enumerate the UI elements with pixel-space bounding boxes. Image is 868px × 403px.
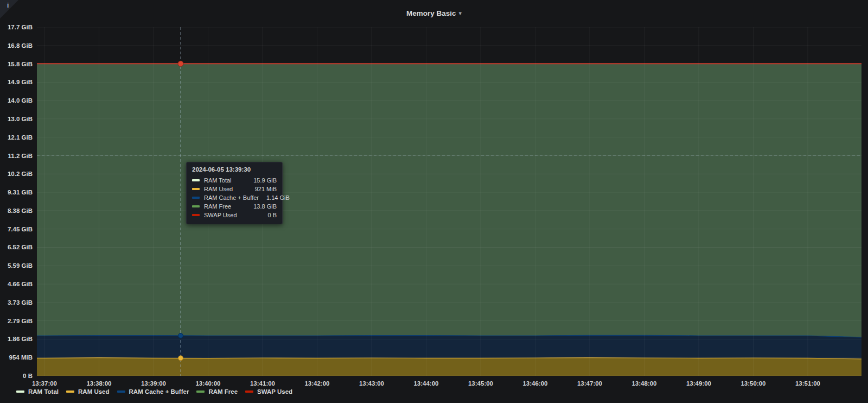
hover-dot-swap	[178, 61, 183, 66]
memory-chart[interactable]	[37, 27, 861, 376]
tooltip-row: RAM Total15.9 GiB	[192, 176, 277, 185]
y-tick-label: 14.0 GiB	[0, 97, 33, 104]
y-tick-label: 13.0 GiB	[0, 115, 33, 123]
x-tick-label: 13:38:00	[86, 380, 111, 387]
y-tick-label: 3.73 GiB	[0, 299, 33, 306]
x-tick-label: 13:51:00	[795, 380, 820, 387]
tooltip-series-swatch-icon	[192, 197, 200, 199]
area-ram-used	[37, 358, 861, 376]
tooltip-series-value: 1.14 GiB	[266, 194, 290, 201]
x-tick-label: 13:47:00	[577, 380, 602, 387]
tooltip-row: RAM Used921 MiB	[192, 185, 277, 193]
panel-header: Memory Basic▾	[0, 0, 868, 22]
tooltip-series-label: SWAP Used	[204, 212, 260, 218]
y-axis: 17.7 GiB16.8 GiB15.8 GiB14.9 GiB14.0 GiB…	[0, 0, 33, 403]
x-tick-label: 13:39:00	[141, 380, 166, 387]
y-tick-label: 9.31 GiB	[0, 188, 33, 196]
tooltip-row: RAM Cache + Buffer1.14 GiB	[192, 193, 277, 202]
y-tick-label: 2.79 GiB	[0, 317, 33, 325]
legend-item-swap-used[interactable]: SWAP Used	[245, 388, 292, 395]
tooltip-rows: RAM Total15.9 GiBRAM Used921 MiBRAM Cach…	[192, 176, 277, 219]
chevron-down-icon: ▾	[459, 10, 462, 17]
x-tick-label: 13:40:00	[195, 380, 220, 387]
x-tick-label: 13:41:00	[250, 380, 275, 387]
tooltip-series-swatch-icon	[192, 214, 200, 216]
tooltip-series-value: 13.8 GiB	[253, 203, 277, 210]
area-ram-cache-buffer	[37, 335, 861, 359]
y-tick-label: 5.59 GiB	[0, 262, 33, 269]
legend-swatch-icon	[16, 391, 24, 393]
legend-swatch-icon	[117, 391, 125, 393]
x-tick-label: 13:42:00	[304, 380, 329, 387]
y-tick-label: 954 MiB	[0, 354, 33, 361]
y-tick-label: 8.38 GiB	[0, 207, 33, 215]
y-tick-label: 12.1 GiB	[0, 134, 33, 141]
area-ram-free	[37, 64, 861, 337]
hover-dot-cache	[178, 333, 183, 338]
x-tick-label: 13:43:00	[359, 380, 384, 387]
panel-title[interactable]: Memory Basic	[406, 9, 456, 17]
tooltip-series-value: 15.9 GiB	[253, 177, 277, 184]
x-tick-label: 13:49:00	[686, 380, 711, 387]
legend-label: RAM Used	[78, 388, 110, 395]
legend-label: RAM Total	[28, 388, 59, 395]
y-tick-label: 6.52 GiB	[0, 243, 33, 251]
y-tick-label: 0 B	[0, 372, 33, 380]
grafana-panel-memory-basic: { "panel": { "title": "Memory Basic", "i…	[0, 0, 868, 403]
tooltip-row: SWAP Used0 B	[192, 211, 277, 219]
y-tick-label: 7.45 GiB	[0, 225, 33, 233]
chart-legend: RAM TotalRAM UsedRAM Cache + BufferRAM F…	[16, 388, 292, 395]
legend-item-ram-total[interactable]: RAM Total	[16, 388, 59, 395]
legend-swatch-icon	[66, 391, 74, 393]
tooltip-row: RAM Free13.8 GiB	[192, 202, 277, 211]
y-tick-label: 15.8 GiB	[0, 60, 33, 68]
panel-title-menu[interactable]: Memory Basic▾	[0, 8, 868, 18]
x-tick-label: 13:45:00	[468, 380, 493, 387]
y-tick-label: 14.9 GiB	[0, 78, 33, 86]
legend-swatch-icon	[196, 391, 205, 393]
y-tick-label: 17.7 GiB	[0, 23, 33, 31]
x-tick-label: 13:37:00	[32, 380, 57, 387]
tooltip-timestamp: 2024-06-05 13:39:30	[192, 166, 277, 173]
tooltip-series-swatch-icon	[192, 179, 200, 181]
legend-item-ram-cache-buffer[interactable]: RAM Cache + Buffer	[117, 388, 189, 395]
legend-label: RAM Cache + Buffer	[129, 388, 189, 395]
legend-label: SWAP Used	[257, 388, 292, 395]
tooltip-series-swatch-icon	[192, 188, 200, 190]
tooltip-series-value: 921 MiB	[255, 186, 277, 192]
y-tick-label: 10.2 GiB	[0, 170, 33, 178]
chart-tooltip: 2024-06-05 13:39:30 RAM Total15.9 GiBRAM…	[186, 162, 283, 224]
x-tick-label: 13:50:00	[741, 380, 765, 387]
y-tick-label: 4.66 GiB	[0, 280, 33, 288]
y-tick-label: 1.86 GiB	[0, 335, 33, 343]
tooltip-series-label: RAM Cache + Buffer	[204, 194, 259, 201]
legend-item-ram-free[interactable]: RAM Free	[196, 388, 238, 395]
tooltip-series-swatch-icon	[192, 205, 200, 207]
tooltip-series-label: RAM Total	[204, 177, 246, 184]
tooltip-series-label: RAM Free	[204, 203, 246, 210]
y-tick-label: 16.8 GiB	[0, 42, 33, 49]
x-tick-label: 13:46:00	[522, 380, 547, 387]
legend-swatch-icon	[245, 391, 253, 393]
tooltip-series-label: RAM Used	[204, 186, 247, 192]
x-tick-label: 13:48:00	[631, 380, 656, 387]
hover-dot-used	[178, 356, 183, 361]
tooltip-series-value: 0 B	[267, 212, 277, 218]
x-tick-label: 13:44:00	[413, 380, 438, 387]
legend-item-ram-used[interactable]: RAM Used	[66, 388, 110, 395]
legend-label: RAM Free	[208, 388, 238, 395]
y-tick-label: 11.2 GiB	[0, 152, 33, 160]
